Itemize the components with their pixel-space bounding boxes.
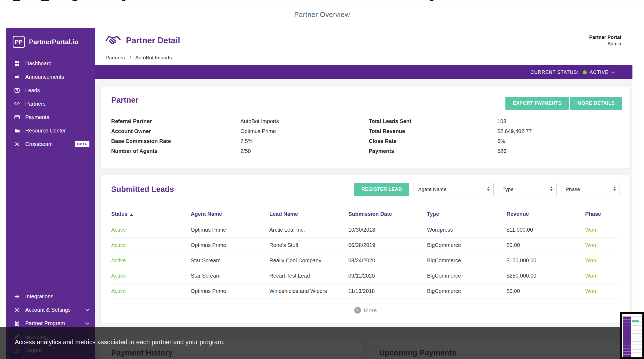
lead-row[interactable]: Active Star Scream Really Cool Company 0… bbox=[111, 253, 620, 268]
lead-agent: Optimus Prime bbox=[191, 242, 269, 248]
sidebar-item-dashboard[interactable]: Dashboard bbox=[6, 57, 95, 70]
filter-label: Phase bbox=[566, 186, 580, 192]
sidebar-item-partners[interactable]: Partners bbox=[6, 97, 95, 110]
status-banner: CURRENT STATUS: ACTIVE bbox=[95, 65, 632, 79]
column-header-phase[interactable]: Phase bbox=[585, 211, 620, 217]
field-label: Total Revenue bbox=[369, 128, 497, 134]
sidebar-item-label: Crossbeam bbox=[25, 141, 53, 147]
register-lead-button[interactable]: REGISTER LEAD bbox=[354, 183, 409, 196]
lead-type: Wordpress bbox=[427, 227, 506, 233]
submitted-leads-card: Submitted Leads REGISTER LEAD Agent Name… bbox=[101, 175, 630, 323]
browser-edge bbox=[0, 0, 644, 1]
lead-name: Really Cool Company bbox=[269, 257, 348, 264]
leads-filters: REGISTER LEAD Agent Name Type Phase bbox=[354, 183, 620, 196]
browser-artifact bbox=[13, 0, 20, 1]
content-header: Partner Detail Partner Portal Admin Part… bbox=[95, 28, 632, 65]
document-icon bbox=[14, 321, 20, 326]
lead-revenue: $0.00 bbox=[506, 242, 585, 248]
sidebar-item-resource-center[interactable]: Resource Center bbox=[6, 124, 95, 137]
lead-phase: Won bbox=[585, 227, 620, 233]
sidebar-item-label: Partner Program bbox=[25, 320, 65, 326]
field-label: Referral Partner bbox=[111, 118, 240, 124]
lead-date: 06/28/2019 bbox=[348, 242, 427, 248]
lead-type: BigCommerce bbox=[427, 273, 506, 279]
agent-name-filter[interactable]: Agent Name bbox=[414, 183, 494, 196]
chevron-down-icon bbox=[612, 70, 615, 75]
lead-phase: Won bbox=[585, 242, 620, 248]
partner-summary-card: Partner EXPORT PAYMENTS MORE DETAILS Ref… bbox=[101, 87, 630, 168]
lead-row[interactable]: Active Optimus Prime Rene's Stuff 06/28/… bbox=[111, 238, 620, 253]
sidebar-item-integrations[interactable]: Integrations bbox=[6, 290, 95, 303]
browser-artifact bbox=[430, 0, 433, 1]
status-value: ACTIVE bbox=[590, 70, 609, 75]
chevron-down-icon bbox=[85, 309, 89, 311]
status-dropdown[interactable]: CURRENT STATUS: ACTIVE bbox=[530, 70, 615, 75]
lead-row[interactable]: Active Optimus Prime Windshields and Wip… bbox=[111, 283, 620, 299]
sidebar-item-leads[interactable]: Leads bbox=[6, 84, 95, 97]
column-header-lead-name[interactable]: Lead Name bbox=[269, 211, 348, 217]
sidebar-item-label: Payments bbox=[25, 114, 49, 120]
user-role: Admin bbox=[589, 41, 621, 47]
preview-accent-bar bbox=[632, 320, 639, 322]
sidebar-item-label: Integrations bbox=[25, 293, 53, 300]
lead-revenue: $11,000.00 bbox=[506, 227, 585, 233]
logo[interactable]: PP PartnerPortal.io bbox=[6, 28, 95, 55]
lead-phase: Won bbox=[585, 273, 620, 279]
lead-status: Active bbox=[111, 257, 191, 264]
browser-artifact bbox=[41, 0, 49, 1]
updown-arrows-icon bbox=[613, 186, 616, 192]
sidebar-item-payments[interactable]: Payments bbox=[6, 110, 95, 124]
type-filter[interactable]: Type bbox=[498, 183, 557, 196]
lead-agent: Optimus Prime bbox=[191, 288, 269, 294]
lead-name: Rene's Stuff bbox=[269, 242, 348, 248]
tour-tooltip-text: Access analytics and metrics associated … bbox=[0, 327, 644, 346]
lead-phase: Won bbox=[585, 288, 620, 294]
lead-name: Windshields and Wipers bbox=[269, 288, 348, 294]
sidebar-item-crossbeam[interactable]: Crossbeam BETA bbox=[6, 137, 95, 151]
field-label: Payments bbox=[369, 148, 497, 154]
lead-row[interactable]: Active Optimus Prime Arctic Leaf Inc. 10… bbox=[111, 222, 620, 238]
export-payments-button[interactable]: EXPORT PAYMENTS bbox=[505, 97, 569, 110]
browser-artifact bbox=[73, 0, 77, 1]
breadcrumb-partners-link[interactable]: Partners bbox=[106, 55, 125, 60]
sidebar-item-account-settings[interactable]: Account & Settings bbox=[6, 303, 95, 317]
screen: Partner Overview PP PartnerPortal.io Das… bbox=[0, 0, 644, 359]
field-value: 6% bbox=[497, 138, 620, 144]
gear-icon bbox=[14, 307, 20, 313]
portal-label: Partner Portal bbox=[589, 34, 621, 41]
lead-status: Active bbox=[111, 242, 191, 248]
filter-label: Agent Name bbox=[418, 186, 447, 192]
column-header-status[interactable]: Status bbox=[111, 211, 191, 217]
sidebar-item-label: Dashboard bbox=[25, 60, 52, 67]
lead-status: Active bbox=[111, 227, 191, 233]
lead-type: BigCommerce bbox=[427, 242, 506, 248]
more-details-button[interactable]: MORE DETAILS bbox=[570, 97, 622, 110]
column-header-submission-date[interactable]: Submission Date bbox=[348, 211, 427, 217]
lead-date: 11/13/2018 bbox=[348, 288, 427, 294]
content-body: Partner EXPORT PAYMENTS MORE DETAILS Ref… bbox=[95, 79, 632, 359]
column-header-type[interactable]: Type bbox=[427, 211, 506, 217]
column-header-agent-name[interactable]: Agent Name bbox=[191, 211, 269, 217]
sort-asc-icon bbox=[130, 214, 133, 216]
tour-dim-overlay: Access analytics and metrics associated … bbox=[0, 327, 644, 359]
breadcrumb-separator: / bbox=[129, 55, 131, 60]
leads-search-icon bbox=[14, 88, 20, 93]
handshake-icon bbox=[14, 102, 20, 106]
field-value: $2,649,402.77 bbox=[497, 128, 620, 134]
column-header-revenue[interactable]: Revenue bbox=[506, 211, 585, 217]
preview-thumbnail[interactable] bbox=[620, 312, 644, 359]
phase-filter[interactable]: Phase bbox=[561, 183, 620, 196]
field-label: Base Commission Rate bbox=[111, 138, 240, 144]
plus-circle-icon bbox=[354, 307, 361, 314]
sidebar-item-announcements[interactable]: Announcements bbox=[6, 70, 95, 84]
load-more-button[interactable]: More bbox=[111, 299, 620, 317]
preview-body bbox=[622, 317, 642, 357]
lead-date: 08/24/2020 bbox=[348, 257, 427, 264]
field-value: 7.5% bbox=[240, 138, 369, 144]
leads-card-title: Submitted Leads bbox=[111, 185, 174, 194]
lead-row[interactable]: Active Star Scream Recart Test Lead 09/1… bbox=[111, 268, 620, 283]
status-dot-icon bbox=[583, 70, 587, 74]
sidebar-item-label: Resource Center bbox=[25, 128, 66, 134]
lead-type: BigCommerce bbox=[427, 257, 506, 264]
lead-status: Active bbox=[111, 273, 191, 279]
